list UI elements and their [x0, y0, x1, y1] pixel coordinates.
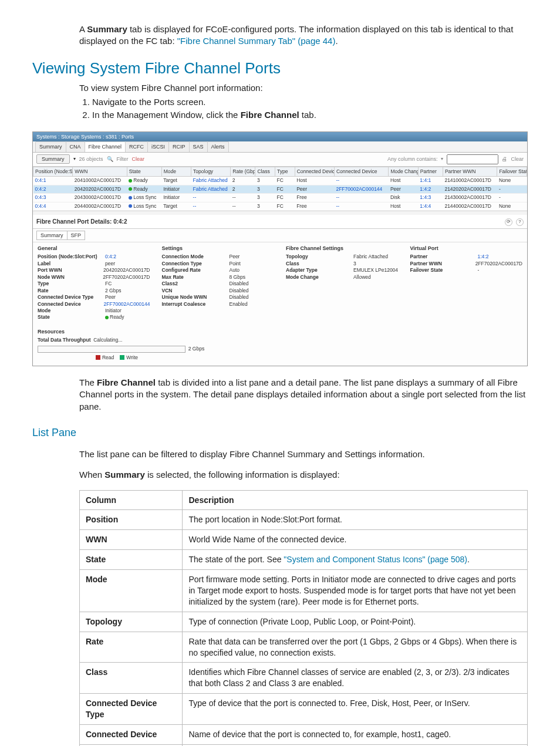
summary-dropdown[interactable]: Summary — [36, 154, 70, 164]
kv-key: Type — [38, 281, 105, 287]
grid-header[interactable]: State — [127, 167, 161, 176]
table-col-desc: Type of device that the port is connecte… — [183, 694, 528, 725]
kv-row: Failover State- — [410, 267, 523, 274]
kv-value: Peer — [105, 294, 150, 301]
grid-cell: 20430002AC00017D — [73, 194, 127, 202]
grid-cell: 0:4:1 — [33, 177, 73, 185]
grid-cell: - — [497, 185, 527, 193]
grid-cell: 1:4:1 — [418, 177, 443, 185]
column-heading: Virtual Port — [410, 245, 523, 252]
grid-header[interactable]: Type — [275, 167, 295, 176]
grid-cell: Target — [161, 202, 191, 210]
filter-label[interactable]: Filter — [117, 156, 129, 163]
kv-key: Topology — [286, 254, 353, 260]
detail-tab-sfp[interactable]: SFP — [67, 231, 86, 240]
kv-value: Auto — [230, 267, 275, 274]
kv-value: - — [478, 267, 523, 274]
grid-cell: 0:4:3 — [33, 194, 73, 202]
table-col-desc: Rate that data can be transferred over t… — [183, 632, 528, 663]
table-col-name: State — [80, 550, 183, 570]
grid-cell: 3 — [255, 202, 275, 210]
grid-cell: None — [497, 202, 527, 210]
text-bold: Summary — [104, 470, 144, 480]
grid-cell: Free — [295, 202, 334, 210]
grid-cell: Loss Sync — [127, 194, 161, 202]
grid-cell: -- — [334, 177, 389, 185]
tab-alerts[interactable]: Alerts — [207, 141, 229, 151]
th-column: Column — [80, 490, 183, 510]
grid-header[interactable]: Rate (Gbps) — [231, 167, 255, 176]
grid-header[interactable]: Mode Change — [389, 167, 418, 176]
tab-fibre-channel[interactable]: Fibre Channel — [85, 141, 126, 151]
kv-row: Connected Device TypePeer — [38, 294, 150, 301]
grid-header[interactable]: Failover State — [497, 167, 527, 176]
grid-row[interactable]: 0:4:320430002AC00017DLoss SyncInitiator-… — [33, 194, 527, 202]
legend-swatch-read — [96, 355, 100, 360]
kv-row: Unique Node WWNDisabled — [162, 294, 275, 301]
kv-value: Disabled — [230, 281, 275, 287]
detail-tab-summary[interactable]: Summary — [36, 231, 68, 240]
refresh-icon[interactable]: ⟳ — [505, 218, 512, 226]
help-icon[interactable]: ? — [516, 218, 524, 226]
grid-header[interactable]: Topology — [191, 167, 231, 176]
grid-header[interactable]: Partner — [418, 167, 443, 176]
table-col-desc: Identifies which Fibre Channel classes o… — [183, 663, 528, 694]
grid-header[interactable]: Connected Device Type — [295, 167, 334, 176]
kv-value: 2FF70002AC000144 — [104, 301, 150, 308]
table-col-desc: The port location in Node:Slot:Port form… — [183, 510, 528, 530]
kv-key: Connected Device Type — [38, 294, 105, 301]
kv-value: Enabled — [230, 301, 275, 308]
kv-value: peer — [105, 261, 150, 267]
tab-sas[interactable]: SAS — [189, 141, 208, 151]
post-paragraph: The Fibre Channel tab is divided into a … — [79, 377, 528, 413]
grid-cell: 20440002AC00017D — [73, 202, 127, 210]
kv-value: Point — [230, 261, 275, 267]
tab-rcip[interactable]: RCIP — [168, 141, 190, 151]
table-row: ModePort firmware mode setting. Ports in… — [80, 570, 528, 612]
kv-key: VCN — [162, 288, 230, 294]
grid-header[interactable]: Class — [255, 167, 275, 176]
filter-input[interactable] — [447, 154, 498, 164]
tab-cna[interactable]: CNA — [66, 141, 85, 151]
grid-cell: -- — [231, 202, 255, 210]
grid-cell: Target — [161, 177, 191, 185]
link-fc-summary-tab[interactable]: "Fibre Channel Summary Tab" (page 44) — [177, 36, 336, 46]
text: When — [79, 470, 104, 480]
text-bold: Fibre Channel — [241, 110, 299, 120]
tab-summary[interactable]: Summary — [35, 141, 66, 151]
grid-cell: 20410002AC00017D — [73, 177, 127, 185]
kv-value: FC — [105, 281, 150, 287]
main-tabs: SummaryCNAFibre ChannelRCFCiSCSIRCIPSASA… — [33, 141, 527, 152]
table-row: PositionThe port location in Node:Slot:P… — [80, 510, 528, 530]
screenshot-ports-window: Systems : Storage Systems : s381 : Ports… — [32, 131, 528, 366]
grid-row[interactable]: 0:4:220420202AC00017DReadyInitiatorFabri… — [33, 185, 527, 193]
kv-row: VCNDisabled — [162, 288, 275, 294]
kv-key: Class — [286, 261, 353, 267]
kv-value: 8 Gbps — [230, 274, 275, 281]
general-column: GeneralPosition (Node:Slot:Port)0:4:2Lab… — [38, 245, 150, 321]
grid-cell: Fabric Attached — [191, 177, 231, 185]
grid-row[interactable]: 0:4:420440002AC00017DLoss SyncTarget----… — [33, 202, 527, 210]
table-row: TopologyType of connection (Private Loop… — [80, 612, 528, 632]
tab-rcfc[interactable]: RCFC — [125, 141, 148, 151]
link[interactable]: "System and Component Status Icons" (pag… — [284, 555, 467, 564]
clear-button[interactable]: Clear — [132, 156, 145, 163]
grid-header[interactable]: Mode — [161, 167, 191, 176]
grid-header[interactable]: Connected Device — [334, 167, 389, 176]
grid-row[interactable]: 0:4:120410002AC00017DReadyTargetFabric A… — [33, 177, 527, 185]
kv-row: Connected Device2FF70002AC000144 — [38, 301, 150, 308]
table-row: RateRate that data can be transferred ov… — [80, 632, 528, 663]
grid-cell: FC — [275, 202, 295, 210]
legend-swatch-write — [120, 355, 124, 360]
settings-column: SettingsConnection ModePeerConnection Ty… — [162, 245, 275, 321]
tab-iscsi[interactable]: iSCSI — [147, 141, 169, 151]
grid-header[interactable]: WWN — [73, 167, 127, 176]
grid-header[interactable]: Position (Node:Slot:Port) — [33, 167, 73, 176]
clear-button-2[interactable]: Clear — [511, 156, 524, 163]
grid-header[interactable]: Partner WWN — [443, 167, 497, 176]
table-row: Connected Device TypeType of device that… — [80, 694, 528, 725]
detail-icons: ⟳ ? — [503, 217, 524, 226]
legend-read: Read — [102, 355, 114, 360]
column-heading: Fibre Channel Settings — [286, 245, 399, 252]
grid-cell: 2FF70002AC000144 — [334, 185, 389, 193]
